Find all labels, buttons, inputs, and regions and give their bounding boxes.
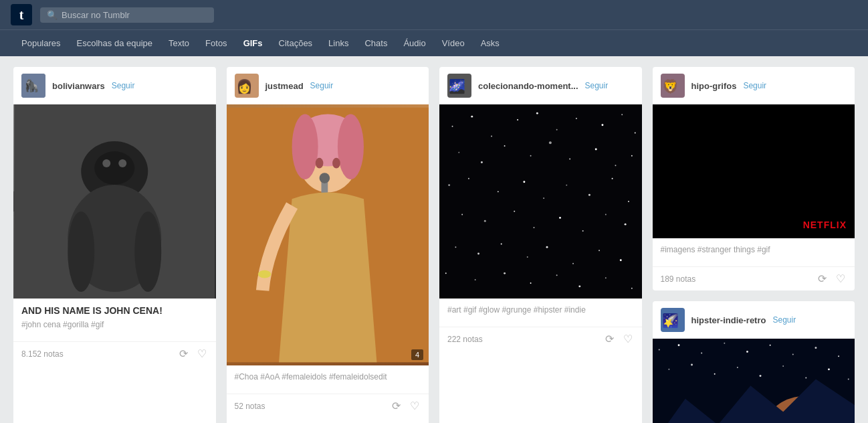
svg-point-54 [484, 220, 486, 222]
reblog-btn-3[interactable]: ⟳ [604, 331, 615, 347]
svg-text:🦁: 🦁 [662, 78, 679, 94]
like-btn-3[interactable]: ♡ [622, 331, 634, 347]
svg-point-34 [635, 133, 636, 134]
nav-audio[interactable]: Áudio [395, 30, 433, 57]
svg-point-86 [746, 351, 748, 353]
svg-point-39 [549, 141, 552, 144]
svg-point-84 [701, 352, 702, 353]
svg-point-9 [118, 159, 126, 167]
svg-point-75 [605, 277, 607, 278]
nav-fotos[interactable]: Fotos [197, 30, 235, 57]
search-input[interactable] [62, 10, 207, 20]
svg-point-43 [631, 155, 633, 157]
svg-point-93 [714, 373, 715, 375]
username-bolivianwars[interactable]: bolivianwars [52, 81, 105, 91]
svg-point-57 [559, 217, 561, 219]
nav-texto[interactable]: Texto [160, 30, 197, 57]
card-actions-2: ⟳ ♡ [391, 398, 421, 414]
follow-btn-hipo[interactable]: Seguir [743, 81, 766, 90]
svg-point-85 [724, 343, 725, 344]
like-btn-1[interactable]: ♡ [196, 346, 208, 361]
svg-point-45 [468, 178, 469, 179]
nav-populares[interactable]: Populares [13, 30, 69, 57]
nav-escolhas[interactable]: Escolhas da equipe [69, 30, 160, 57]
card-image-4b[interactable] [653, 339, 855, 423]
svg-point-98 [828, 368, 830, 370]
reblog-btn-4a[interactable]: ⟳ [817, 271, 828, 286]
svg-point-62 [477, 253, 479, 255]
follow-btn-hipster[interactable]: Seguir [772, 315, 796, 325]
svg-point-32 [601, 124, 603, 126]
tumblr-logo[interactable]: t [11, 4, 32, 25]
notes-2: 52 notas [235, 402, 265, 411]
username-hipo[interactable]: hipo-grifos [691, 81, 737, 91]
svg-point-8 [102, 159, 110, 167]
follow-btn-bolivianwars[interactable]: Seguir [112, 81, 135, 90]
card-body-2: #Choa #AoA #femaleidols #femaleidolsedit [227, 365, 429, 394]
post-card-4a: 🦁 hipo-grifos Seguir NETFLIX #imagens #s… [653, 67, 855, 290]
reblog-btn-1[interactable]: ⟳ [178, 346, 189, 361]
avatar-justmead[interactable]: 👩 [235, 74, 259, 98]
svg-point-15 [292, 114, 318, 179]
post-text-1: AND HIS NAME IS JOHN CENA! [21, 305, 208, 316]
svg-point-55 [514, 211, 515, 212]
svg-point-90 [838, 355, 839, 357]
svg-point-69 [445, 272, 447, 274]
card-footer-4a: 189 notas ⟳ ♡ [653, 266, 855, 290]
svg-point-88 [792, 353, 793, 355]
card-image-3[interactable] [439, 104, 642, 299]
column-4: 🦁 hipo-grifos Seguir NETFLIX #imagens #s… [653, 67, 855, 423]
svg-point-31 [576, 118, 577, 119]
card-body-4a: #imagens #stranger things #gif [653, 238, 855, 266]
card-header-4a: 🦁 hipo-grifos Seguir [653, 67, 855, 104]
svg-point-38 [530, 155, 532, 157]
svg-point-76 [631, 288, 633, 289]
svg-point-28 [517, 119, 518, 120]
search-bar[interactable]: 🔍 [40, 7, 214, 23]
card-image-2[interactable]: 4 [227, 104, 429, 365]
svg-point-96 [782, 365, 784, 367]
username-hipster[interactable]: hipster-indie-retro [691, 315, 766, 325]
reblog-btn-2[interactable]: ⟳ [391, 398, 402, 414]
username-colecionando[interactable]: colecionando-moment... [478, 81, 578, 91]
card-header-4b: 🌠 hipster-indie-retro Seguir [653, 301, 855, 339]
svg-point-6 [134, 212, 161, 292]
svg-point-46 [498, 191, 499, 192]
svg-point-21 [257, 270, 271, 278]
nav-asks[interactable]: Asks [473, 30, 508, 57]
svg-point-35 [458, 152, 459, 153]
svg-point-58 [582, 230, 584, 232]
svg-point-60 [625, 224, 627, 226]
svg-rect-24 [439, 107, 642, 297]
svg-point-7 [94, 151, 134, 185]
nav-video[interactable]: Vídeo [434, 30, 473, 57]
notes-4a: 189 notas [661, 274, 696, 284]
svg-point-91 [668, 369, 669, 370]
avatar-hipo[interactable]: 🦁 [661, 74, 685, 98]
svg-point-53 [461, 214, 463, 216]
netflix-logo: NETFLIX [803, 220, 847, 230]
nav-gifs[interactable]: GIFs [235, 30, 271, 57]
nav-links[interactable]: Links [320, 30, 356, 57]
svg-point-37 [504, 145, 506, 147]
nav-chats[interactable]: Chats [356, 30, 395, 57]
like-btn-2[interactable]: ♡ [409, 398, 421, 414]
avatar-colecionando[interactable]: 🌌 [447, 74, 471, 98]
svg-point-72 [530, 282, 532, 284]
like-btn-4a[interactable]: ♡ [835, 271, 847, 286]
card-image-4a[interactable]: NETFLIX [653, 104, 855, 238]
card-image-1[interactable]: gifak.net ‹ [13, 104, 216, 299]
card-footer-2: 52 notas ⟳ ♡ [227, 394, 429, 418]
svg-point-26 [471, 116, 473, 118]
card-header-2: 👩 justmead Seguir [227, 67, 429, 104]
nav-citacoes[interactable]: Citações [271, 30, 321, 57]
username-justmead[interactable]: justmead [265, 81, 304, 91]
card-header-1: 🦍 bolivianwars Seguir [13, 67, 216, 104]
svg-point-25 [452, 126, 453, 127]
avatar-hipster[interactable]: 🌠 [661, 308, 685, 332]
posts-grid: 🦍 bolivianwars Seguir gifak.net ‹ [13, 67, 855, 423]
svg-point-29 [536, 112, 538, 114]
follow-btn-colecionando[interactable]: Seguir [585, 81, 609, 90]
avatar-bolivianwars[interactable]: 🦍 [21, 74, 45, 98]
follow-btn-justmead[interactable]: Seguir [310, 81, 334, 90]
